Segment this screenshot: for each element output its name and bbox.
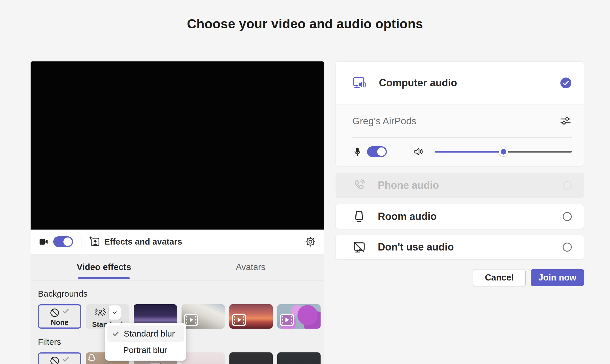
speaker-icon: [413, 146, 424, 157]
phone-audio-radio: [563, 181, 572, 190]
option-phone-audio[interactable]: Phone audio: [336, 173, 584, 198]
filter-tile-teal-wave[interactable]: [277, 352, 321, 364]
mic-toggle[interactable]: [367, 146, 387, 157]
gear-icon[interactable]: [305, 236, 316, 247]
chevron-down-icon: [111, 309, 118, 316]
camera-icon: [39, 237, 49, 247]
option-room-audio-label: Room audio: [378, 211, 437, 222]
audio-column: Computer audio Greg’s AirPods: [336, 61, 584, 286]
computer-audio-icon: [352, 76, 367, 90]
checkmark-icon: [61, 307, 70, 315]
active-tab-indicator: [78, 277, 130, 279]
audio-settings-icon[interactable]: [559, 115, 572, 127]
effects-avatars-icon[interactable]: [89, 236, 100, 247]
room-audio-card: Room audio: [336, 204, 584, 229]
menu-item-label: Portrait blur: [123, 345, 167, 355]
option-computer-audio[interactable]: Computer audio: [336, 62, 584, 104]
volume-slider-fill: [435, 151, 504, 153]
volume-slider-thumb[interactable]: [499, 147, 508, 157]
option-computer-audio-label: Computer audio: [379, 77, 457, 89]
blur-options-menu: Standard blur Portrait blur: [105, 323, 186, 361]
option-dont-use-audio-label: Don't use audio: [378, 241, 454, 253]
mic-icon: [352, 147, 362, 157]
device-settings-section: Greg’s AirPods: [336, 104, 584, 166]
computer-audio-card: Computer audio Greg’s AirPods: [336, 61, 584, 166]
filter-tile-none[interactable]: None: [38, 352, 81, 364]
background-tile-pink-flowers[interactable]: [277, 304, 321, 329]
cancel-button[interactable]: Cancel: [473, 269, 526, 286]
backgrounds-section-label: Backgrounds: [38, 289, 324, 299]
volume-slider[interactable]: [435, 151, 572, 153]
dont-use-audio-radio[interactable]: [563, 243, 572, 252]
background-tile-none-label: None: [51, 319, 69, 326]
phone-icon: [352, 179, 366, 192]
snapchat-ghost-icon: [88, 354, 96, 363]
room-audio-radio[interactable]: [563, 212, 572, 221]
video-control-bar: Effects and avatars: [31, 230, 324, 254]
video-badge-icon: [280, 313, 294, 326]
tab-avatars-label: Avatars: [236, 262, 266, 272]
phone-audio-card: Phone audio: [336, 173, 584, 198]
blur-icon: [94, 307, 106, 318]
video-preview: [31, 61, 324, 230]
blur-options-button[interactable]: [108, 305, 121, 320]
checkmark-icon: [61, 355, 70, 363]
page-title: Choose your video and audio options: [0, 16, 610, 31]
camera-toggle[interactable]: [53, 236, 73, 247]
dialog-actions: Cancel Join now: [336, 269, 584, 286]
tab-video-effects[interactable]: Video effects: [31, 254, 177, 281]
filter-tile-pink-blossom[interactable]: [182, 352, 225, 364]
check-circle-icon: [560, 77, 572, 89]
check-icon: [112, 330, 120, 338]
menu-item-portrait-blur[interactable]: Portrait blur: [107, 342, 184, 358]
video-column: Effects and avatars Video effects Avatar…: [31, 61, 324, 364]
mic-toggle-knob: [377, 147, 386, 156]
tab-video-effects-label: Video effects: [77, 262, 131, 272]
camera-toggle-knob: [63, 237, 72, 246]
video-badge-icon: [184, 313, 199, 326]
menu-item-label: Standard blur: [124, 329, 175, 339]
effects-tabs: Video effects Avatars: [31, 254, 324, 281]
menu-item-standard-blur[interactable]: Standard blur: [107, 326, 184, 342]
control-bar-divider: [82, 234, 82, 249]
option-dont-use-audio[interactable]: Don't use audio: [336, 235, 584, 259]
prohibited-icon: [50, 356, 60, 364]
filter-tile-purple-wave[interactable]: [229, 352, 273, 364]
prohibited-icon: [50, 308, 60, 318]
video-badge-icon: [232, 313, 246, 326]
no-audio-icon: [352, 240, 366, 254]
join-now-button[interactable]: Join now: [531, 269, 584, 286]
background-tile-none[interactable]: None: [38, 304, 81, 329]
option-room-audio[interactable]: Room audio: [336, 204, 584, 229]
tab-avatars[interactable]: Avatars: [177, 254, 324, 281]
room-audio-icon: [352, 210, 366, 223]
effects-avatars-label: Effects and avatars: [104, 237, 182, 247]
audio-device-name: Greg’s AirPods: [352, 115, 416, 127]
pre-join-dialog: Choose your video and audio options: [0, 0, 610, 364]
background-tile-white-clouds[interactable]: [182, 304, 225, 329]
no-audio-card: Don't use audio: [336, 235, 584, 260]
background-tile-coral-clouds[interactable]: [229, 304, 273, 329]
option-phone-audio-label: Phone audio: [378, 179, 439, 191]
